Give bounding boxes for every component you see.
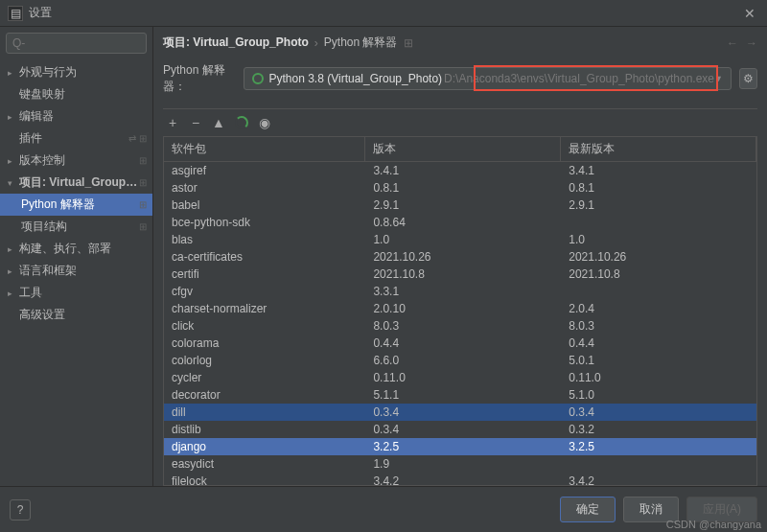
- app-icon: ▤: [8, 6, 23, 21]
- table-row[interactable]: astor0.8.10.8.1: [164, 179, 756, 197]
- close-icon[interactable]: ✕: [740, 6, 759, 21]
- cell-latest: [561, 214, 756, 231]
- sidebar-item[interactable]: 项目结构⊞: [0, 216, 152, 238]
- breadcrumb-project: 项目: Virtual_Group_Photo: [163, 35, 309, 51]
- col-package[interactable]: 软件包: [164, 137, 365, 162]
- col-version[interactable]: 版本: [365, 137, 561, 162]
- search-box[interactable]: [6, 33, 147, 54]
- badge-icon: ⊞: [404, 36, 413, 50]
- cell-latest: 8.0.3: [561, 317, 756, 335]
- titlebar: ▤ 设置 ✕: [0, 0, 767, 27]
- cell-version: 3.2.5: [365, 438, 561, 455]
- cell-version: 1.9: [365, 455, 561, 473]
- cell-package: cfgv: [164, 283, 365, 300]
- sidebar-item[interactable]: 插件⇄ ⊞: [0, 127, 152, 150]
- table-row[interactable]: dill0.3.40.3.4: [164, 404, 756, 421]
- badge-icon: ⊞: [139, 177, 147, 188]
- cell-latest: 3.4.1: [561, 162, 756, 180]
- table-row[interactable]: charset-normalizer2.0.102.0.4: [164, 300, 756, 317]
- cell-package: django: [164, 438, 365, 455]
- table-row[interactable]: blas1.01.0: [164, 231, 756, 248]
- help-icon[interactable]: ?: [10, 499, 31, 520]
- col-latest[interactable]: 最新版本: [561, 137, 756, 162]
- cell-package: colorlog: [164, 352, 365, 369]
- search-input[interactable]: [12, 36, 140, 50]
- table-row[interactable]: filelock3.4.23.4.2: [164, 473, 756, 486]
- table-row[interactable]: click8.0.38.0.3: [164, 317, 756, 335]
- chevron-down-icon: ▼: [714, 74, 723, 83]
- sidebar-item[interactable]: 键盘映射: [0, 83, 152, 105]
- breadcrumb-page: Python 解释器: [324, 35, 398, 51]
- table-row[interactable]: distlib0.3.40.3.2: [164, 421, 756, 438]
- sidebar-item[interactable]: ▾项目: Virtual_Group_Photo⊞: [0, 172, 152, 194]
- watermark: CSDN @changyana: [666, 519, 761, 530]
- main-panel: 项目: Virtual_Group_Photo › Python 解释器 ⊞ ←…: [153, 27, 767, 486]
- package-table-wrap[interactable]: 软件包 版本 最新版本 asgiref3.4.13.4.1astor0.8.10…: [163, 136, 757, 486]
- table-row[interactable]: babel2.9.12.9.1: [164, 197, 756, 214]
- sidebar-item-label: 编辑器: [19, 108, 147, 125]
- ok-button[interactable]: 确定: [560, 497, 616, 522]
- settings-tree: ▸外观与行为键盘映射▸编辑器插件⇄ ⊞▸版本控制⊞▾项目: Virtual_Gr…: [0, 59, 152, 486]
- add-button[interactable]: +: [163, 113, 182, 132]
- gear-icon[interactable]: ⚙: [739, 68, 757, 89]
- package-toolbar: + − ▲ ◉: [163, 108, 757, 136]
- package-table: 软件包 版本 最新版本 asgiref3.4.13.4.1astor0.8.10…: [164, 137, 756, 486]
- sidebar-item[interactable]: ▸编辑器: [0, 105, 152, 127]
- table-row[interactable]: decorator5.1.15.1.0: [164, 386, 756, 404]
- table-row[interactable]: easydict1.9: [164, 455, 756, 473]
- window-title: 设置: [29, 5, 740, 21]
- refresh-button[interactable]: [232, 113, 251, 132]
- cell-latest: 2021.10.8: [561, 266, 756, 283]
- forward-icon[interactable]: →: [746, 36, 757, 50]
- remove-button[interactable]: −: [186, 113, 205, 132]
- cell-version: 0.8.1: [365, 179, 561, 197]
- upgrade-button[interactable]: ▲: [209, 113, 228, 132]
- arrow-icon: ▸: [8, 289, 17, 298]
- sidebar-item[interactable]: ▸工具: [0, 282, 152, 304]
- eye-icon[interactable]: ◉: [255, 113, 274, 132]
- sidebar-item-label: 键盘映射: [19, 86, 147, 103]
- interpreter-label: Python 解释器：: [163, 62, 236, 95]
- cell-latest: 5.0.1: [561, 352, 756, 369]
- sidebar-item-label: Python 解释器: [21, 197, 139, 213]
- cell-package: cycler: [164, 369, 365, 386]
- table-row[interactable]: asgiref3.4.13.4.1: [164, 162, 756, 180]
- cell-version: 2.0.10: [365, 300, 561, 317]
- sidebar-item[interactable]: 高级设置: [0, 304, 152, 326]
- table-row[interactable]: cycler0.11.00.11.0: [164, 369, 756, 386]
- table-row[interactable]: cfgv3.3.1: [164, 283, 756, 300]
- dialog-footer: ? 确定 取消 应用(A): [0, 486, 767, 532]
- arrow-icon: ▸: [8, 112, 17, 122]
- cell-latest: [561, 455, 756, 473]
- table-row[interactable]: django3.2.53.2.5: [164, 438, 756, 455]
- sidebar-item[interactable]: ▸语言和框架: [0, 260, 152, 282]
- cell-package: certifi: [164, 266, 365, 283]
- sidebar-item-label: 工具: [19, 285, 147, 301]
- breadcrumb: 项目: Virtual_Group_Photo › Python 解释器 ⊞ ←…: [163, 35, 757, 51]
- table-row[interactable]: bce-python-sdk0.8.64: [164, 214, 756, 231]
- sidebar-item[interactable]: Python 解释器⊞: [0, 194, 152, 216]
- chevron-right-icon: ›: [314, 36, 318, 50]
- cell-latest: 1.0: [561, 231, 756, 248]
- cell-version: 3.3.1: [365, 283, 561, 300]
- table-row[interactable]: ca-certificates2021.10.262021.10.26: [164, 248, 756, 266]
- interpreter-path: D:\Anaconda3\envs\Virtual_Group_Photo\py…: [444, 72, 714, 85]
- arrow-icon: ▾: [8, 178, 17, 188]
- arrow-icon: ▸: [8, 266, 17, 276]
- cell-version: 8.0.3: [365, 317, 561, 335]
- interpreter-name: Python 3.8 (Virtual_Group_Photo): [269, 72, 443, 85]
- sidebar: ▸外观与行为键盘映射▸编辑器插件⇄ ⊞▸版本控制⊞▾项目: Virtual_Gr…: [0, 27, 153, 486]
- cell-package: decorator: [164, 386, 365, 404]
- sidebar-item[interactable]: ▸构建、执行、部署: [0, 238, 152, 260]
- cell-latest: 0.11.0: [561, 369, 756, 386]
- interpreter-dropdown[interactable]: Python 3.8 (Virtual_Group_Photo) D:\Anac…: [244, 67, 732, 90]
- sidebar-item[interactable]: ▸外观与行为: [0, 61, 152, 83]
- cell-version: 1.0: [365, 231, 561, 248]
- cell-package: distlib: [164, 421, 365, 438]
- cell-version: 2021.10.26: [365, 248, 561, 266]
- back-icon[interactable]: ←: [727, 36, 738, 50]
- table-row[interactable]: colorama0.4.40.4.4: [164, 335, 756, 352]
- table-row[interactable]: colorlog6.6.05.0.1: [164, 352, 756, 369]
- sidebar-item[interactable]: ▸版本控制⊞: [0, 150, 152, 172]
- table-row[interactable]: certifi2021.10.82021.10.8: [164, 266, 756, 283]
